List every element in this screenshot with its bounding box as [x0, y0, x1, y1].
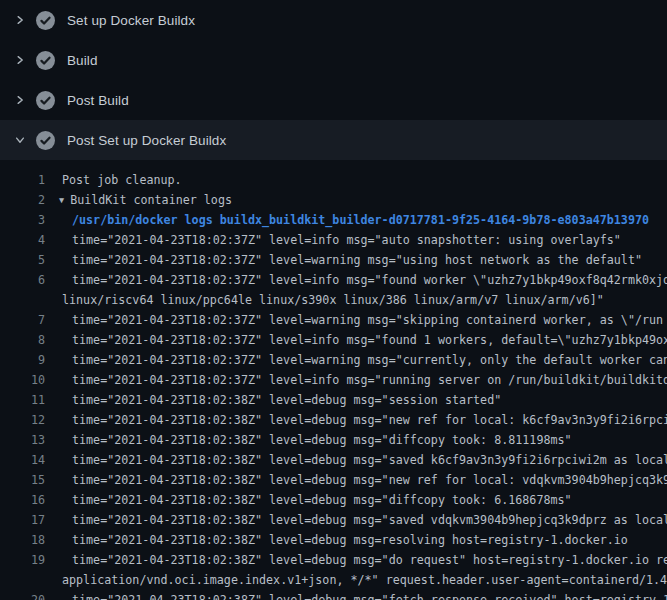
line-number[interactable]: 7 [0, 310, 45, 330]
log-command-text: /usr/bin/docker logs buildx_buildkit_bui… [72, 210, 649, 230]
line-number[interactable]: 12 [0, 410, 45, 430]
status-check-icon [36, 91, 55, 110]
log-panel: 1Post job cleanup.2▼BuildKit container l… [0, 160, 667, 600]
line-number[interactable]: 19 [0, 550, 45, 570]
step-row-3[interactable]: Post Set up Docker Buildx [0, 120, 667, 160]
log-group-title: ▼BuildKit container logs [59, 190, 232, 210]
log-line: 20time="2021-04-23T18:02:38Z" level=debu… [0, 590, 667, 600]
step-label: Post Set up Docker Buildx [67, 133, 226, 148]
log-text: time="2021-04-23T18:02:38Z" level=debug … [72, 450, 667, 470]
line-number[interactable]: 4 [0, 230, 45, 250]
line-number[interactable]: 15 [0, 470, 45, 490]
log-line: 1Post job cleanup. [0, 170, 667, 190]
log-line: 6time="2021-04-23T18:02:37Z" level=info … [0, 270, 667, 290]
log-line: 14time="2021-04-23T18:02:38Z" level=debu… [0, 450, 667, 470]
log-text: linux/riscv64 linux/ppc64le linux/s390x … [62, 290, 604, 310]
line-number[interactable]: 6 [0, 270, 45, 290]
line-number[interactable]: 2 [0, 190, 45, 210]
line-number[interactable]: 9 [0, 350, 45, 370]
log-text: time="2021-04-23T18:02:38Z" level=debug … [72, 510, 667, 530]
step-row-0[interactable]: Set up Docker Buildx [0, 0, 667, 40]
log-text: time="2021-04-23T18:02:37Z" level=info m… [72, 330, 667, 350]
log-line: 4time="2021-04-23T18:02:37Z" level=info … [0, 230, 667, 250]
log-line: 17time="2021-04-23T18:02:38Z" level=debu… [0, 510, 667, 530]
line-number[interactable]: 1 [0, 170, 45, 190]
status-check-icon [36, 11, 55, 30]
log-text: application/vnd.oci.image.index.v1+json,… [62, 570, 667, 590]
log-text: time="2021-04-23T18:02:37Z" level=warnin… [72, 350, 667, 370]
log-line: 5time="2021-04-23T18:02:37Z" level=warni… [0, 250, 667, 270]
step-label: Set up Docker Buildx [67, 13, 195, 28]
steps-list: Set up Docker BuildxBuildPost BuildPost … [0, 0, 667, 160]
line-number[interactable]: 8 [0, 330, 45, 350]
log-line: 9time="2021-04-23T18:02:37Z" level=warni… [0, 350, 667, 370]
chevron-right-icon [13, 13, 27, 27]
log-line: application/vnd.oci.image.index.v1+json,… [0, 570, 667, 590]
log-line: 2▼BuildKit container logs [0, 190, 667, 210]
status-check-icon [36, 131, 55, 150]
line-number [0, 570, 45, 590]
status-check-icon [36, 51, 55, 70]
chevron-down-icon [13, 133, 27, 147]
step-label: Build [67, 53, 98, 68]
line-number[interactable]: 18 [0, 530, 45, 550]
line-number[interactable]: 20 [0, 590, 45, 600]
log-line: 12time="2021-04-23T18:02:38Z" level=debu… [0, 410, 667, 430]
log-line: 18time="2021-04-23T18:02:38Z" level=debu… [0, 530, 667, 550]
log-text: time="2021-04-23T18:02:37Z" level=warnin… [72, 250, 642, 270]
log-line: 10time="2021-04-23T18:02:37Z" level=info… [0, 370, 667, 390]
chevron-right-icon [13, 53, 27, 67]
log-line: 16time="2021-04-23T18:02:38Z" level=debu… [0, 490, 667, 510]
log-line: 7time="2021-04-23T18:02:37Z" level=warni… [0, 310, 667, 330]
log-text: BuildKit container logs [70, 193, 232, 207]
log-text: Post job cleanup. [62, 170, 182, 190]
line-number[interactable]: 13 [0, 430, 45, 450]
line-number[interactable]: 10 [0, 370, 45, 390]
line-number [0, 290, 45, 310]
line-number[interactable]: 5 [0, 250, 45, 270]
log-line: 8time="2021-04-23T18:02:37Z" level=info … [0, 330, 667, 350]
group-toggle-icon[interactable]: ▼ [59, 195, 64, 205]
line-number[interactable]: 11 [0, 390, 45, 410]
log-line: 13time="2021-04-23T18:02:38Z" level=debu… [0, 430, 667, 450]
line-number[interactable]: 16 [0, 490, 45, 510]
step-row-1[interactable]: Build [0, 40, 667, 80]
log-line: 19time="2021-04-23T18:02:38Z" level=debu… [0, 550, 667, 570]
log-text: time="2021-04-23T18:02:37Z" level=info m… [72, 270, 667, 290]
log-text: time="2021-04-23T18:02:37Z" level=info m… [72, 370, 667, 390]
log-line: 3/usr/bin/docker logs buildx_buildkit_bu… [0, 210, 667, 230]
log-text: time="2021-04-23T18:02:38Z" level=debug … [72, 490, 572, 510]
step-label: Post Build [67, 93, 129, 108]
log-text: time="2021-04-23T18:02:37Z" level=info m… [72, 230, 621, 250]
log-line: linux/riscv64 linux/ppc64le linux/s390x … [0, 290, 667, 310]
log-text: time="2021-04-23T18:02:37Z" level=warnin… [72, 310, 663, 330]
log-text: time="2021-04-23T18:02:38Z" level=debug … [72, 550, 667, 570]
log-line: 11time="2021-04-23T18:02:38Z" level=debu… [0, 390, 667, 410]
log-line: 15time="2021-04-23T18:02:38Z" level=debu… [0, 470, 667, 490]
line-number[interactable]: 3 [0, 210, 45, 230]
log-text: time="2021-04-23T18:02:38Z" level=debug … [72, 530, 628, 550]
log-text: time="2021-04-23T18:02:38Z" level=debug … [72, 390, 501, 410]
log-text: time="2021-04-23T18:02:38Z" level=debug … [72, 410, 667, 430]
chevron-right-icon [13, 93, 27, 107]
log-text: time="2021-04-23T18:02:38Z" level=debug … [72, 470, 667, 490]
line-number[interactable]: 14 [0, 450, 45, 470]
step-row-2[interactable]: Post Build [0, 80, 667, 120]
log-text: time="2021-04-23T18:02:38Z" level=debug … [72, 590, 667, 600]
line-number[interactable]: 17 [0, 510, 45, 530]
log-text: time="2021-04-23T18:02:38Z" level=debug … [72, 430, 572, 450]
